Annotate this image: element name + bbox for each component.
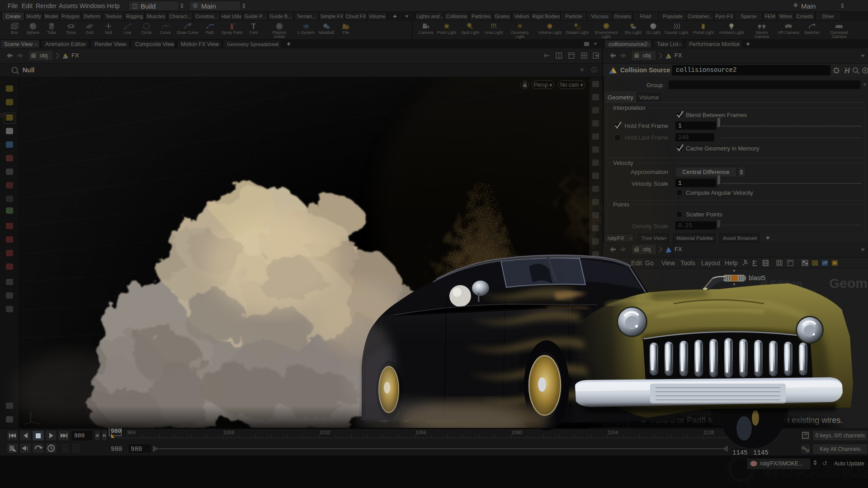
svg-text:H: H (844, 67, 850, 75)
svg-text:1104: 1104 (607, 430, 618, 435)
svg-text:984: 984 (127, 430, 135, 435)
svg-text:1032: 1032 (319, 430, 330, 435)
svg-text:1128: 1128 (703, 430, 714, 435)
svg-text:T: T (251, 23, 256, 30)
svg-text:1056: 1056 (415, 430, 426, 435)
svg-text:1080: 1080 (511, 430, 522, 435)
svg-text:1008: 1008 (223, 430, 234, 435)
